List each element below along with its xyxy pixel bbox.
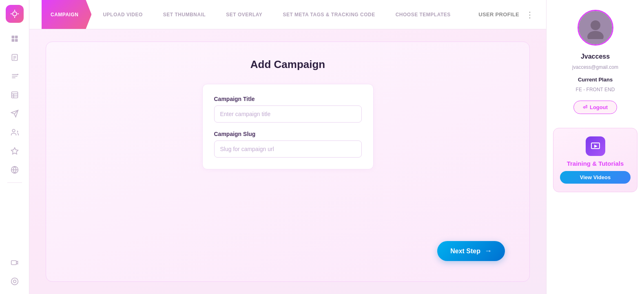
sidebar-item-document[interactable] (7, 50, 22, 65)
form-title: Add Campaign (250, 58, 325, 71)
view-videos-button[interactable]: View Videos (560, 171, 631, 184)
sidebar-item-grid[interactable] (7, 31, 22, 46)
logout-button[interactable]: ⏎ Logout (573, 101, 617, 114)
content-area: Add Campaign Campaign Title Campaign Slu… (29, 29, 546, 294)
svg-rect-1 (11, 36, 14, 39)
sidebar-item-video[interactable] (7, 255, 22, 270)
sidebar-item-users[interactable] (7, 125, 22, 140)
campaign-form-card: Add Campaign Campaign Title Campaign Slu… (46, 42, 530, 282)
svg-point-19 (12, 129, 15, 132)
sidebar-item-list[interactable] (7, 68, 22, 84)
svg-rect-4 (15, 39, 18, 42)
training-icon (586, 136, 605, 156)
svg-point-12 (17, 74, 18, 75)
stepper-nav: CAMPAIGN UPLOAD VIDEO SET THUMBNAIL SET … (29, 0, 546, 29)
training-title: Training & Tutorials (567, 160, 624, 167)
username: Jvaccess (581, 53, 610, 60)
step-set-meta-tags[interactable]: SET META TAGS & TRACKING CODE (271, 0, 384, 29)
svg-point-25 (13, 280, 16, 283)
svg-point-27 (587, 31, 604, 39)
nav-right: USER PROFILE ⋮ (478, 10, 534, 20)
arrow-icon: → (485, 247, 492, 255)
campaign-slug-input[interactable] (214, 140, 362, 158)
plan-value: FE - FRONT END (576, 87, 615, 92)
sidebar-item-support[interactable] (7, 274, 22, 289)
step-choose-templates[interactable]: CHOOSE TEMPLATES (384, 0, 460, 29)
sidebar-item-star[interactable] (7, 143, 22, 159)
svg-rect-13 (11, 92, 18, 98)
campaign-title-input[interactable] (214, 105, 362, 123)
sidebar-item-send[interactable] (7, 106, 22, 121)
app-logo[interactable] (6, 5, 24, 23)
avatar-image (579, 11, 612, 44)
user-profile-label: USER PROFILE (478, 11, 519, 18)
step-set-overlay[interactable]: SET OVERLAY (215, 0, 271, 29)
plan-label: Current Plans (578, 77, 613, 83)
avatar (578, 10, 613, 46)
svg-point-0 (13, 12, 17, 16)
campaign-slug-label: Campaign Slug (214, 131, 362, 137)
sidebar-item-table[interactable] (7, 87, 22, 103)
svg-marker-20 (11, 148, 18, 154)
more-options-button[interactable]: ⋮ (526, 10, 534, 20)
campaign-title-label: Campaign Title (214, 96, 362, 102)
svg-point-26 (591, 20, 600, 30)
sidebar-item-globe[interactable] (7, 162, 22, 178)
form-inner: Campaign Title Campaign Slug (202, 84, 374, 169)
svg-rect-3 (11, 39, 14, 42)
right-panel: Jvaccess jvaccess@gmail.com Current Plan… (546, 0, 644, 294)
step-upload-video[interactable]: UPLOAD VIDEO (91, 0, 151, 29)
next-step-button[interactable]: Next Step → (437, 241, 505, 261)
svg-rect-2 (15, 36, 18, 39)
user-email: jvaccess@gmail.com (572, 64, 618, 70)
svg-rect-23 (11, 261, 16, 265)
sidebar (0, 0, 29, 294)
step-campaign[interactable]: CAMPAIGN (42, 0, 91, 29)
step-set-thumbnail[interactable]: SET THUMBNAIL (152, 0, 215, 29)
training-card: Training & Tutorials View Videos (553, 128, 637, 192)
logout-icon: ⏎ (583, 104, 587, 110)
main-content: CAMPAIGN UPLOAD VIDEO SET THUMBNAIL SET … (29, 0, 546, 294)
svg-point-24 (11, 278, 18, 285)
sidebar-divider (7, 182, 22, 183)
